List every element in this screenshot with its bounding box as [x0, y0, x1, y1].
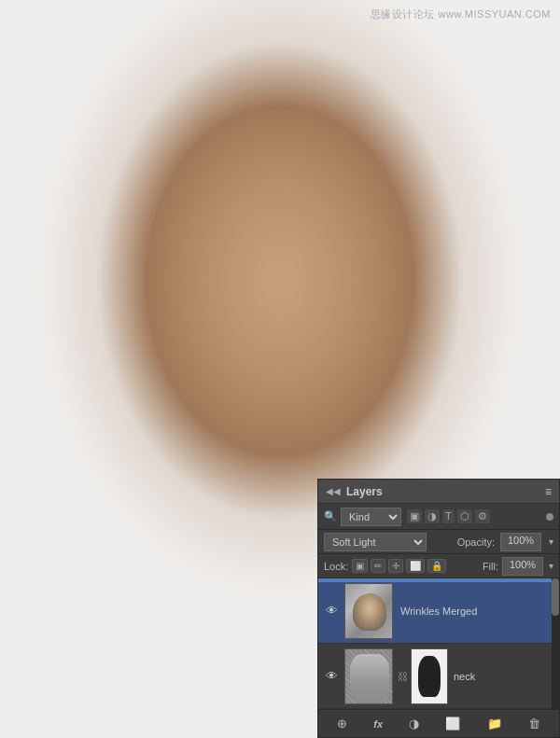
layer-thumbnail-wrinkles	[344, 583, 393, 639]
adjustment-filter-icon[interactable]: ◑	[425, 509, 440, 523]
blend-mode-row: Soft Light Opacity: 100% ▾	[318, 530, 559, 554]
watermark: 思缘设计论坛 www.MISSYUAN.COM	[371, 7, 551, 21]
neck-face-shape	[350, 654, 389, 704]
layer-row[interactable]: 👁 ⛓ neck	[318, 644, 559, 709]
lock-icons: ▣ ✏ ✛ ⬜ 🔒	[352, 559, 446, 573]
panel-header: ◀◀ Layers ≡	[318, 480, 559, 504]
add-mask-button[interactable]: ⬜	[441, 715, 464, 732]
lock-artboard-icon[interactable]: ⬜	[406, 559, 425, 573]
fill-label: Fill:	[483, 561, 498, 572]
layer-thumbnail-neck	[344, 648, 393, 704]
link-layers-button[interactable]: ⊕	[333, 715, 351, 732]
layer-name-neck: neck	[454, 671, 555, 682]
visibility-toggle-neck[interactable]: 👁	[322, 669, 341, 683]
type-filter-icon[interactable]: T	[442, 509, 455, 523]
opacity-label: Opacity:	[457, 536, 495, 548]
shape-filter-icon[interactable]: ⬡	[457, 509, 472, 523]
link-chain-icon: ⛓	[398, 671, 408, 682]
fill-chevron: ▾	[549, 561, 553, 571]
filter-dot	[546, 513, 553, 521]
scroll-thumb[interactable]	[552, 578, 559, 616]
lock-row: Lock: ▣ ✏ ✛ ⬜ 🔒 Fill: 100% ▾	[318, 554, 559, 578]
scrollbar[interactable]	[552, 578, 559, 709]
blend-mode-select[interactable]: Soft Light	[324, 533, 427, 551]
lock-pixels-icon[interactable]: ▣	[352, 559, 368, 573]
thumb-inner	[345, 584, 392, 638]
selection-band	[318, 578, 559, 582]
mask-inner	[412, 649, 447, 703]
panel-title: Layers	[346, 485, 383, 498]
filter-row: 🔍 Kind ▣ ◑ T ⬡ ⚙	[318, 504, 559, 530]
opacity-value[interactable]: 100%	[500, 533, 541, 551]
layers-panel: ◀◀ Layers ≡ 🔍 Kind ▣ ◑ T ⬡ ⚙ Soft Light …	[317, 479, 560, 738]
lock-move-icon[interactable]: ✛	[388, 559, 403, 573]
layer-mask-neck	[411, 648, 448, 704]
layer-name-wrinkles: Wrinkles Merged	[400, 606, 555, 617]
layers-list: 👁 Wrinkles Merged 👁 ⛓ neck	[318, 578, 559, 709]
fx-button[interactable]: fx	[370, 717, 386, 731]
visibility-toggle-wrinkles[interactable]: 👁	[322, 604, 341, 618]
search-icon: 🔍	[324, 510, 337, 522]
kind-select[interactable]: Kind	[341, 508, 401, 526]
layer-row[interactable]: 👁 Wrinkles Merged	[318, 578, 559, 644]
panel-menu-icon[interactable]: ≡	[545, 485, 552, 498]
lock-paint-icon[interactable]: ✏	[371, 559, 385, 573]
panel-header-left: ◀◀ Layers	[326, 485, 383, 498]
lock-all-icon[interactable]: 🔒	[427, 559, 446, 573]
layers-toolbar: ⊕ fx ◑ ⬜ 📁 🗑	[318, 709, 559, 737]
add-folder-button[interactable]: 📁	[483, 715, 506, 732]
smart-filter-icon[interactable]: ⚙	[475, 509, 490, 523]
lock-label: Lock:	[324, 561, 348, 572]
collapse-icon[interactable]: ◀◀	[326, 486, 341, 496]
add-adjustment-button[interactable]: ◑	[405, 715, 423, 732]
mask-shape	[418, 656, 441, 697]
fill-value[interactable]: 100%	[502, 557, 543, 576]
delete-layer-button[interactable]: 🗑	[525, 715, 544, 732]
opacity-chevron: ▾	[549, 536, 553, 547]
filter-icons: ▣ ◑ T ⬡ ⚙	[407, 509, 490, 523]
pixel-filter-icon[interactable]: ▣	[407, 509, 422, 523]
thumb-inner-neck	[345, 649, 392, 703]
